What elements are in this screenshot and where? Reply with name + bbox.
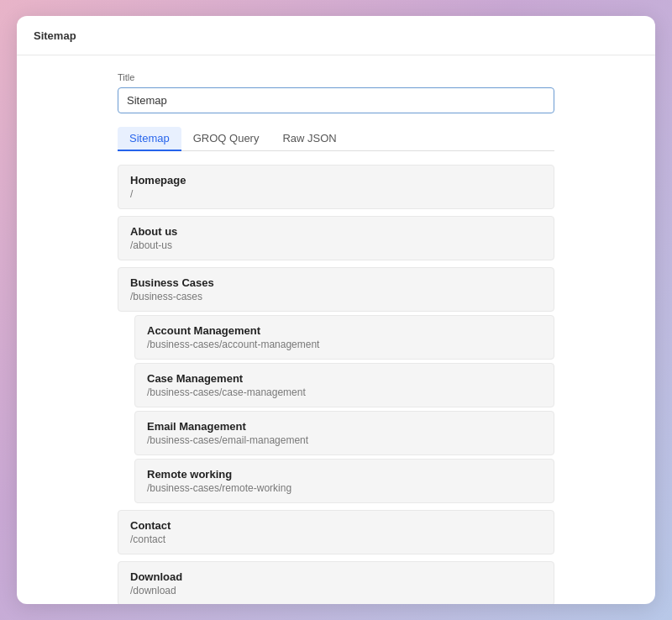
sitemap-item-path: /download	[130, 585, 542, 596]
content-area: Title Sitemap GROQ Query Raw JSON Homepa…	[17, 55, 655, 604]
title-input[interactable]	[118, 87, 554, 113]
sitemap-group-business-cases: Business Cases /business-cases Account M…	[118, 267, 554, 503]
sitemap-item-account-management: Account Management /business-cases/accou…	[134, 315, 554, 360]
tab-sitemap[interactable]: Sitemap	[118, 127, 181, 151]
sitemap-item-title: Download	[130, 570, 542, 583]
sitemap-item-download: Download /download	[118, 561, 554, 604]
tabs-row: Sitemap GROQ Query Raw JSON	[118, 127, 554, 151]
sitemap-item-path: /contact	[130, 533, 542, 545]
main-window: Sitemap Title Sitemap GROQ Query Raw JSO…	[17, 16, 655, 604]
tab-raw-json[interactable]: Raw JSON	[270, 127, 348, 151]
sitemap-item-path: /business-cases/account-management	[147, 339, 542, 350]
sitemap-item-title: Remote working	[147, 468, 542, 481]
sitemap-item-path: /business-cases/email-management	[147, 434, 542, 446]
sitemap-item-title: Contact	[130, 519, 542, 532]
window-header: Sitemap	[17, 16, 655, 55]
sitemap-item-path: /business-cases	[130, 291, 542, 302]
sitemap-item-path: /business-cases/remote-working	[147, 482, 542, 494]
sitemap-item-homepage: Homepage /	[118, 165, 554, 209]
sitemap-item-business-cases: Business Cases /business-cases	[118, 267, 554, 312]
sitemap-item-path: /about-us	[130, 239, 542, 251]
form-section: Title Sitemap GROQ Query Raw JSON Homepa…	[17, 72, 655, 604]
sitemap-item-contact: Contact /contact	[118, 510, 554, 554]
sitemap-item-title: About us	[130, 225, 542, 238]
sitemap-item-title: Business Cases	[130, 276, 542, 289]
sitemap-item-path: /business-cases/case-management	[147, 386, 542, 398]
sitemap-item-remote-working: Remote working /business-cases/remote-wo…	[134, 459, 554, 503]
sitemap-item-path: /	[130, 188, 542, 200]
window-title: Sitemap	[34, 29, 76, 42]
sitemap-item-title: Account Management	[147, 324, 542, 337]
sitemap-item-title: Case Management	[147, 372, 542, 385]
tab-groq-query[interactable]: GROQ Query	[181, 127, 271, 151]
sitemap-item-email-management: Email Management /business-cases/email-m…	[134, 411, 554, 455]
sitemap-item-about-us: About us /about-us	[118, 216, 554, 260]
sitemap-item-case-management: Case Management /business-cases/case-man…	[134, 363, 554, 407]
title-label: Title	[118, 72, 554, 82]
sitemap-item-title: Homepage	[130, 174, 542, 187]
sitemap-list: Homepage / About us /about-us Business C…	[118, 165, 554, 604]
nested-group-business-cases: Account Management /business-cases/accou…	[118, 315, 554, 503]
sitemap-item-title: Email Management	[147, 420, 542, 433]
